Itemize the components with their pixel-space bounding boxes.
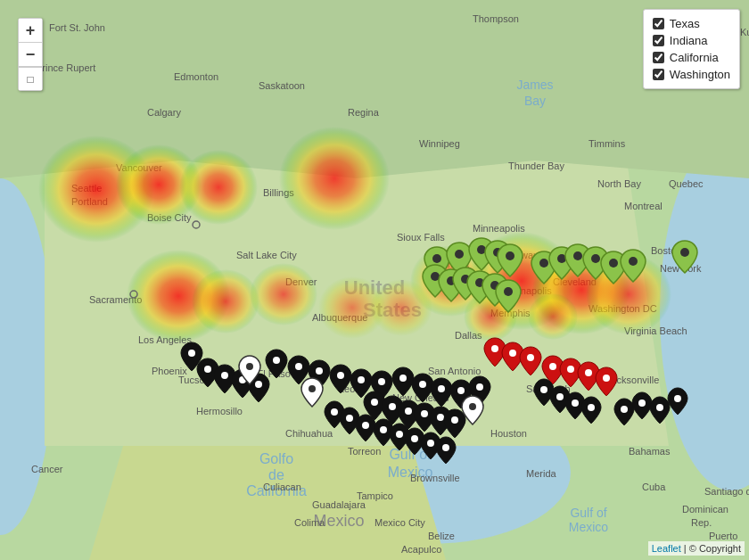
svg-text:Regina: Regina	[348, 107, 380, 118]
svg-point-158	[572, 399, 579, 407]
svg-text:Guadalajara: Guadalajara	[312, 499, 366, 510]
svg-point-132	[405, 408, 412, 415]
svg-point-143	[527, 354, 534, 361]
svg-point-166	[469, 403, 476, 410]
svg-point-142	[509, 350, 516, 357]
svg-text:Bahamas: Bahamas	[629, 446, 671, 457]
svg-text:Chihuahua: Chihuahua	[285, 428, 333, 439]
svg-text:Hermosillo: Hermosillo	[196, 406, 243, 416]
svg-point-154	[427, 440, 434, 447]
legend-checkbox-indiana[interactable]	[653, 35, 664, 46]
svg-text:Dominican: Dominican	[682, 504, 728, 515]
svg-text:Cuba: Cuba	[642, 482, 666, 492]
svg-text:Puerto: Puerto	[709, 531, 737, 541]
svg-point-121	[316, 367, 323, 375]
svg-point-128	[457, 387, 465, 394]
svg-text:Gulf of: Gulf of	[570, 506, 606, 520]
leaflet-link[interactable]: Leaflet	[652, 543, 681, 554]
svg-point-138	[221, 372, 228, 379]
svg-point-92	[250, 263, 317, 325]
zoom-controls: + − □	[18, 18, 43, 91]
legend-checkbox-washington[interactable]	[653, 69, 664, 80]
fullscreen-button[interactable]: □	[19, 67, 42, 90]
svg-text:Houston: Houston	[490, 428, 527, 439]
svg-point-112	[539, 259, 548, 268]
svg-point-119	[273, 357, 280, 364]
legend-item-texas: Texas	[653, 17, 730, 30]
copyright-text: © Copyright	[689, 543, 741, 554]
svg-text:Torreon: Torreon	[348, 446, 381, 457]
svg-point-133	[421, 410, 428, 417]
svg-point-98	[370, 279, 432, 336]
svg-text:Edmonton: Edmonton	[174, 71, 218, 82]
svg-text:Merida: Merida	[526, 468, 557, 479]
svg-point-126	[419, 381, 426, 388]
svg-point-165	[309, 385, 316, 392]
svg-text:Belize: Belize	[428, 531, 455, 541]
legend-label-texas: Texas	[670, 17, 700, 30]
svg-text:San Antonio: San Antonio	[428, 366, 481, 376]
svg-text:Salt Lake City: Salt Lake City	[236, 250, 297, 260]
svg-point-141	[491, 345, 498, 352]
svg-point-155	[442, 444, 449, 451]
svg-text:North Bay: North Bay	[597, 178, 641, 189]
svg-point-146	[585, 369, 592, 376]
zoom-in-button[interactable]: +	[19, 19, 42, 42]
legend-label-indiana: Indiana	[670, 34, 708, 47]
svg-point-135	[451, 416, 458, 424]
svg-point-101	[432, 254, 441, 263]
svg-text:Colima: Colima	[294, 517, 325, 528]
svg-point-149	[346, 415, 353, 422]
svg-text:Acapulco: Acapulco	[401, 544, 441, 555]
svg-point-134	[437, 414, 444, 421]
legend-checkbox-california[interactable]	[653, 52, 664, 63]
svg-text:Montreal: Montreal	[624, 201, 663, 211]
map-svg: United States Golfo de California Gulf o…	[0, 0, 749, 560]
svg-text:Prince Rupert: Prince Rupert	[36, 62, 95, 73]
svg-text:de: de	[268, 467, 284, 482]
legend-item-washington: Washington	[653, 68, 730, 81]
svg-text:Quebec: Quebec	[669, 178, 704, 189]
attribution: Leaflet | © Copyright	[648, 541, 745, 556]
svg-text:Culiacan: Culiacan	[263, 482, 301, 492]
svg-point-123	[358, 376, 365, 383]
svg-point-125	[399, 375, 407, 382]
svg-point-129	[476, 383, 483, 391]
legend-checkbox-texas[interactable]	[653, 18, 664, 29]
svg-point-161	[638, 399, 646, 407]
svg-text:Calgary: Calgary	[147, 107, 181, 118]
svg-point-136	[188, 350, 195, 357]
zoom-out-button[interactable]: −	[19, 43, 42, 66]
svg-text:Santiago de Cuba: Santiago de Cuba	[704, 486, 749, 497]
svg-point-160	[621, 406, 628, 413]
svg-point-115	[591, 254, 600, 263]
svg-text:Phoenix: Phoenix	[152, 366, 187, 376]
svg-text:Timmins: Timmins	[588, 138, 626, 149]
svg-point-124	[378, 378, 385, 385]
svg-text:Mexico: Mexico	[569, 520, 609, 534]
svg-point-162	[656, 404, 663, 411]
svg-point-147	[603, 375, 610, 382]
svg-point-153	[411, 435, 418, 442]
map-container[interactable]: United States Golfo de California Gulf o…	[0, 0, 749, 560]
svg-point-91	[192, 269, 259, 334]
legend-item-indiana: Indiana	[653, 34, 730, 47]
svg-point-157	[556, 393, 564, 400]
svg-point-137	[204, 366, 211, 373]
svg-point-140	[255, 381, 262, 388]
svg-text:Winnipeg: Winnipeg	[419, 138, 460, 149]
svg-point-105	[506, 251, 514, 260]
svg-point-111	[504, 287, 513, 296]
svg-point-102	[455, 250, 464, 259]
svg-text:James: James	[516, 78, 553, 92]
svg-point-118	[680, 248, 689, 257]
svg-point-145	[567, 366, 574, 373]
svg-text:Mexico City: Mexico City	[374, 517, 425, 528]
svg-text:Brownsville: Brownsville	[410, 473, 460, 483]
svg-text:Fort St. John: Fort St. John	[49, 22, 105, 33]
svg-point-148	[331, 408, 338, 416]
svg-text:Saskatoon: Saskatoon	[259, 80, 305, 91]
svg-point-164	[246, 363, 253, 370]
svg-point-156	[540, 386, 547, 393]
legend-label-california: California	[670, 51, 719, 64]
